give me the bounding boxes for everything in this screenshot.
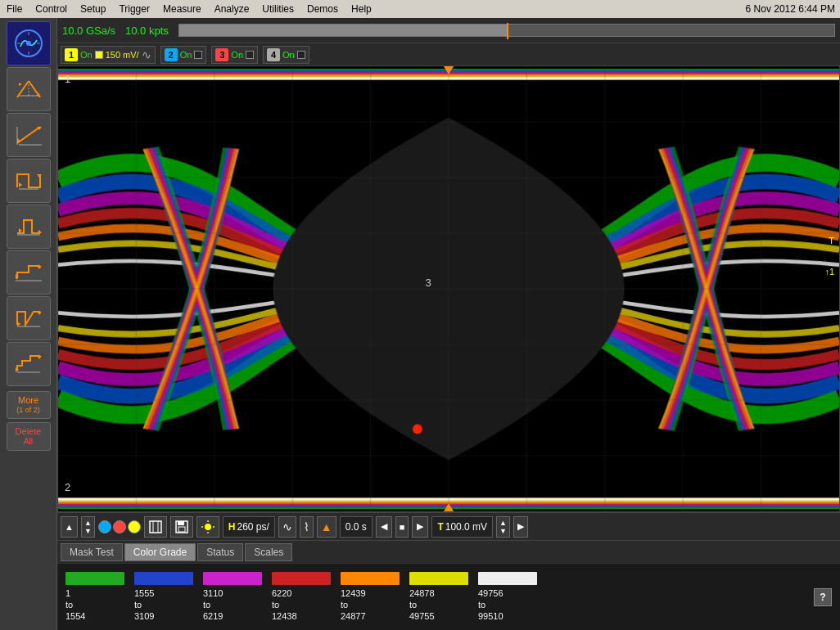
menu-file[interactable]: File <box>5 3 24 15</box>
ch4-checkbox[interactable] <box>297 51 305 59</box>
scope-display[interactable]: 1 2 3 T ↑1 <box>57 65 840 512</box>
t-right-btn[interactable]: ▶ <box>513 516 528 538</box>
legend-color-2 <box>203 572 262 585</box>
menu-utilities[interactable]: Utilities <box>260 3 296 15</box>
legend-item-2: 3110 to 6219 <box>203 572 269 623</box>
staircase-btn[interactable] <box>7 342 51 386</box>
ch2-on: On <box>180 50 192 60</box>
square-btn[interactable] <box>7 159 51 203</box>
more-button[interactable]: More (1 of 2) <box>7 391 51 419</box>
right-panel: 10.0 GSa/s 10.0 kpts 1 On 150 mV/ ∿ 2 On <box>57 18 840 630</box>
display-mode-btn[interactable] <box>144 516 167 538</box>
diagonal-btn[interactable] <box>7 113 51 157</box>
legend-color-4 <box>341 572 400 585</box>
time-value: 0.0 s <box>345 521 367 533</box>
tab-status[interactable]: Status <box>197 543 243 561</box>
delete-all-button[interactable]: Delete All <box>7 422 51 451</box>
orange-triangle-btn[interactable]: ▲ <box>317 516 336 538</box>
ch1-value: 150 mV/ <box>106 50 139 60</box>
legend-color-5 <box>409 572 468 585</box>
tab-scales[interactable]: Scales <box>245 543 292 561</box>
svg-marker-28 <box>37 312 42 315</box>
h-value: 260 ps/ <box>237 521 269 533</box>
legend-range-0: 1 to 1554 <box>65 587 85 623</box>
t-up-btn[interactable]: ▲▼ <box>496 516 510 538</box>
channel-3-btn[interactable]: 3 On <box>211 46 258 64</box>
legend-item-6: 49756 to 99510 <box>478 572 544 623</box>
legend-item-4: 12439 to 24877 <box>341 572 406 623</box>
svg-marker-11 <box>19 83 22 86</box>
color-circle-red[interactable] <box>113 520 126 533</box>
wave-mode-btn[interactable]: ∿ <box>278 516 296 538</box>
trigger-marker-top <box>444 66 454 74</box>
sidebar: More (1 of 2) Delete All <box>0 18 57 630</box>
stop-btn[interactable]: ■ <box>395 516 409 538</box>
menu-control[interactable]: Control <box>34 3 69 15</box>
t-value: 100.0 mV <box>445 521 487 533</box>
top-info-bar: 10.0 GSa/s 10.0 kpts <box>57 18 840 43</box>
more-sub: (1 of 2) <box>16 406 40 415</box>
color-circle-yellow[interactable] <box>128 520 141 533</box>
menu-bar: File Control Setup Trigger Measure Analy… <box>0 0 840 18</box>
pulse-btn[interactable] <box>7 205 51 249</box>
ch1-checkbox[interactable] <box>95 51 103 59</box>
save-btn[interactable] <box>170 516 193 538</box>
color-circle-blue[interactable] <box>98 520 111 533</box>
wave-mode2-btn[interactable]: ⌇ <box>300 516 314 538</box>
left-arrow-btn[interactable]: ◀ <box>376 516 392 538</box>
svg-marker-19 <box>19 182 22 187</box>
trigger-marker-bottom <box>444 503 454 511</box>
up-arrow-btn[interactable]: ▲ <box>61 516 78 538</box>
brightness-btn[interactable] <box>196 516 219 538</box>
svg-marker-31 <box>37 356 42 359</box>
points-label: 10.0 kpts <box>125 25 169 37</box>
datetime: 6 Nov 2012 6:44 PM <box>746 3 835 15</box>
channel-2-btn[interactable]: 2 On <box>160 46 207 64</box>
legend-item-1: 1555 to 3109 <box>134 572 200 623</box>
legend-range-1: 1555 to 3109 <box>134 587 154 623</box>
right-arrow-btn[interactable]: ▶ <box>412 516 428 538</box>
svg-marker-22 <box>37 230 42 233</box>
legend-range-6: 49756 to 99510 <box>478 587 504 623</box>
legend-range-2: 3110 to 6219 <box>203 587 223 623</box>
menu-analyze[interactable]: Analyze <box>213 3 251 15</box>
legend-item-0: 1 to 1554 <box>65 572 131 623</box>
tab-mask-test[interactable]: Mask Test <box>61 543 123 561</box>
tab-color-grade[interactable]: Color Grade <box>124 543 196 561</box>
menu-help[interactable]: Help <box>350 3 373 15</box>
menu-demos[interactable]: Demos <box>305 3 340 15</box>
channel-1-btn[interactable]: 1 On 150 mV/ ∿ <box>61 46 156 64</box>
ch3-number: 3 <box>215 48 228 61</box>
t-control: T 100.0 mV <box>431 516 493 538</box>
ch4-on: On <box>282 50 295 60</box>
svg-point-1 <box>26 41 31 46</box>
t-label: T <box>437 521 443 533</box>
step-up-btn[interactable]: ▲▼ <box>81 516 95 538</box>
h-control: H 260 ps/ <box>223 516 275 538</box>
svg-marker-18 <box>37 174 42 178</box>
channel-4-btn[interactable]: 4 On <box>263 46 309 64</box>
help-button[interactable]: ? <box>814 588 832 606</box>
pulse-ramp-btn[interactable] <box>7 296 51 340</box>
svg-rect-33 <box>150 521 161 533</box>
more-label: More <box>18 395 38 406</box>
time-control: 0.0 s <box>340 516 373 538</box>
progress-fill <box>179 25 507 36</box>
legend-color-1 <box>134 572 193 585</box>
ch2-checkbox[interactable] <box>194 51 202 59</box>
step-btn[interactable] <box>7 250 51 295</box>
legend-item-3: 6220 to 12438 <box>272 572 337 623</box>
svg-rect-38 <box>178 527 185 532</box>
menu-trigger[interactable]: Trigger <box>117 3 151 15</box>
legend-item-5: 24878 to 49755 <box>409 572 475 623</box>
logo-btn[interactable] <box>7 21 51 65</box>
menu-setup[interactable]: Setup <box>79 3 107 15</box>
menu-measure[interactable]: Measure <box>161 3 203 15</box>
legend-color-0 <box>65 572 124 585</box>
sample-rate: 10.0 GSa/s <box>62 25 115 37</box>
progress-marker <box>507 23 508 39</box>
ch3-checkbox[interactable] <box>246 51 254 59</box>
channel-bar: 1 On 150 mV/ ∿ 2 On 3 On 4 On <box>57 43 840 65</box>
ramp-btn[interactable] <box>7 67 51 111</box>
acquisition-progress <box>178 24 835 37</box>
